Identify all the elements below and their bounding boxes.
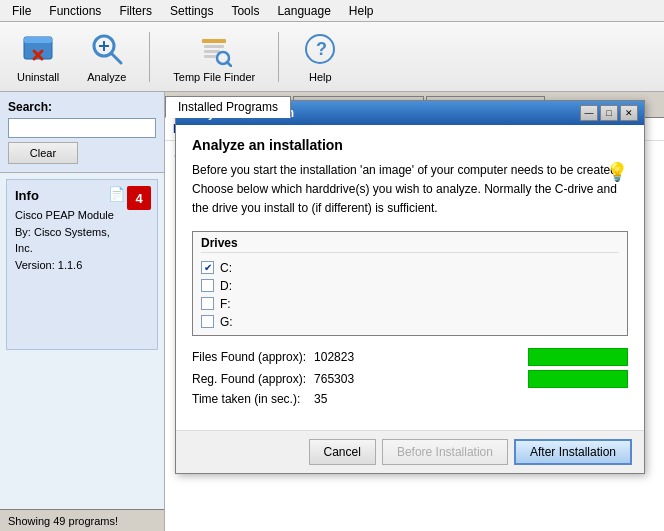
dialog-close-button[interactable]: ✕ bbox=[620, 105, 638, 121]
temp-file-finder-button[interactable]: Temp File Finder bbox=[164, 26, 264, 88]
drive-c-item: ✔ C: bbox=[201, 259, 619, 277]
drives-header: Drives bbox=[201, 236, 619, 253]
analyze-icon bbox=[89, 31, 125, 67]
info-line2: By: Cisco Systems, bbox=[15, 224, 149, 241]
left-panel: Search: Clear Info 📄 4 Cisco PEAP Module… bbox=[0, 92, 165, 531]
uninstall-button[interactable]: Uninstall bbox=[8, 26, 68, 88]
files-progress-bar bbox=[528, 348, 628, 366]
info-badge: 4 bbox=[127, 186, 151, 210]
drive-c-checkbox[interactable]: ✔ bbox=[201, 261, 214, 274]
info-line4: Version: 1.1.6 bbox=[15, 257, 149, 274]
dialog-minimize-button[interactable]: — bbox=[580, 105, 598, 121]
menu-settings[interactable]: Settings bbox=[162, 2, 221, 20]
stat-time-value: 35 bbox=[314, 392, 520, 406]
info-section: Info 📄 4 Cisco PEAP Module By: Cisco Sys… bbox=[6, 179, 158, 350]
help-label: Help bbox=[309, 71, 332, 83]
stat-files-value: 102823 bbox=[314, 350, 520, 364]
analyze-button[interactable]: Analyze bbox=[78, 26, 135, 88]
svg-rect-10 bbox=[204, 50, 220, 53]
menu-language[interactable]: Language bbox=[269, 2, 338, 20]
svg-line-13 bbox=[227, 62, 231, 66]
search-label: Search: bbox=[8, 100, 156, 114]
search-section: Search: Clear bbox=[0, 92, 164, 173]
after-installation-button[interactable]: After Installation bbox=[514, 439, 632, 465]
dialog-maximize-button[interactable]: □ bbox=[600, 105, 618, 121]
drives-box: Drives ✔ C: D: F: G: bbox=[192, 231, 628, 336]
drive-g-label: G: bbox=[220, 315, 233, 329]
reg-progress-bar bbox=[528, 370, 628, 388]
drive-f-checkbox[interactable] bbox=[201, 297, 214, 310]
stats-section: Files Found (approx): 102823 Reg. Found … bbox=[192, 348, 628, 406]
stat-files-label: Files Found (approx): bbox=[192, 350, 306, 364]
stat-reg-value: 765303 bbox=[314, 372, 520, 386]
menu-functions[interactable]: Functions bbox=[41, 2, 109, 20]
drive-c-label: C: bbox=[220, 261, 232, 275]
menu-file[interactable]: File bbox=[4, 2, 39, 20]
clear-button[interactable]: Clear bbox=[8, 142, 78, 164]
toolbar-separator bbox=[149, 32, 150, 82]
status-text: Showing 49 programs! bbox=[8, 515, 118, 527]
menu-bar: File Functions Filters Settings Tools La… bbox=[0, 0, 664, 22]
drive-d-item: D: bbox=[201, 277, 619, 295]
toolbar-separator-2 bbox=[278, 32, 279, 82]
toolbar: Uninstall Analyze bbox=[0, 22, 664, 92]
menu-help[interactable]: Help bbox=[341, 2, 382, 20]
dialog-content: 💡 Analyze an installation Before you sta… bbox=[176, 125, 644, 430]
help-icon: ? bbox=[302, 31, 338, 67]
tab-installed-programs[interactable]: Installed Programs bbox=[165, 96, 291, 118]
temp-icon bbox=[196, 31, 232, 67]
menu-tools[interactable]: Tools bbox=[223, 2, 267, 20]
info-content: Cisco PEAP Module By: Cisco Systems, Inc… bbox=[15, 207, 149, 273]
uninstall-icon bbox=[20, 31, 56, 67]
dialog-main-title: Analyze an installation bbox=[192, 137, 628, 153]
search-input[interactable] bbox=[8, 118, 156, 138]
warning-icon: 📄 bbox=[108, 186, 125, 202]
svg-text:?: ? bbox=[316, 39, 327, 59]
drive-g-checkbox[interactable] bbox=[201, 315, 214, 328]
analyze-dialog: Analyze Installation — □ ✕ 💡 Analyze an … bbox=[175, 100, 645, 474]
drive-g-item: G: bbox=[201, 313, 619, 331]
dialog-description: Before you start the installation 'an im… bbox=[192, 161, 628, 219]
drive-d-label: D: bbox=[220, 279, 232, 293]
dialog-footer: Cancel Before Installation After Install… bbox=[176, 430, 644, 473]
svg-line-5 bbox=[111, 53, 121, 63]
info-line3: Inc. bbox=[15, 240, 149, 257]
cancel-button[interactable]: Cancel bbox=[309, 439, 376, 465]
temp-label: Temp File Finder bbox=[173, 71, 255, 83]
dialog-controls: — □ ✕ bbox=[580, 105, 638, 121]
svg-rect-1 bbox=[24, 37, 52, 43]
lightbulb-icon: 💡 bbox=[606, 161, 628, 183]
menu-filters[interactable]: Filters bbox=[111, 2, 160, 20]
drive-d-checkbox[interactable] bbox=[201, 279, 214, 292]
analyze-label: Analyze bbox=[87, 71, 126, 83]
drive-f-label: F: bbox=[220, 297, 231, 311]
uninstall-label: Uninstall bbox=[17, 71, 59, 83]
help-button[interactable]: ? Help bbox=[293, 26, 347, 88]
svg-rect-11 bbox=[204, 55, 216, 58]
stat-time-label: Time taken (in sec.): bbox=[192, 392, 306, 406]
status-bar: Showing 49 programs! bbox=[0, 509, 164, 531]
before-installation-button[interactable]: Before Installation bbox=[382, 439, 508, 465]
drive-f-item: F: bbox=[201, 295, 619, 313]
svg-rect-8 bbox=[202, 39, 226, 43]
svg-rect-9 bbox=[204, 45, 224, 48]
stat-reg-label: Reg. Found (approx): bbox=[192, 372, 306, 386]
